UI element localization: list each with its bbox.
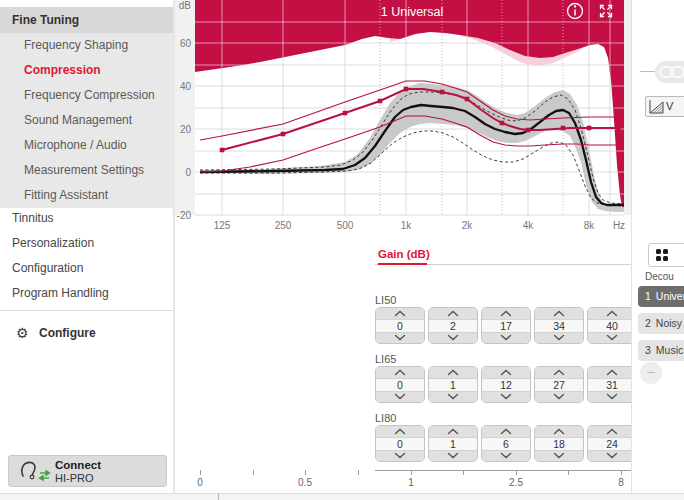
chart-program-title: 1 Universal [381,5,444,19]
li80-value-1: 1 [429,437,477,451]
svg-text:20: 20 [180,124,192,135]
program-label: Universal [656,290,684,302]
li80-down-button-3[interactable] [535,451,583,462]
program-number: 1 [645,290,651,302]
li65-down-button-3[interactable] [535,392,583,403]
li50-down-button-0[interactable] [376,333,424,344]
li80-up-button-2[interactable] [482,426,530,437]
configure-button[interactable]: ⚙ Configure [0,320,173,346]
li80-down-button-4[interactable] [588,451,636,462]
li50-value-2: 17 [482,319,530,333]
li65-value-0: 0 [376,378,424,392]
freq-tick [358,470,359,475]
li65-stepper-3: 27 [534,366,584,403]
li50-up-button-2[interactable] [482,308,530,319]
sidebar-item-configuration[interactable]: Configuration [0,256,173,281]
tab-gain-db[interactable]: Gain (dB) [378,248,430,260]
decouple-label: Decou [645,271,674,282]
li65-up-button-0[interactable] [376,367,424,378]
freq-label-1: 1 [408,477,414,488]
gear-icon: ⚙ [16,320,29,346]
freq-tick [516,470,517,475]
program-number: 2 [645,317,651,329]
li50-up-button-3[interactable] [535,308,583,319]
svg-text:dB: dB [179,0,192,11]
sidebar-item-program-handling[interactable]: Program Handling [0,281,173,306]
sidebar-item-measurement-settings[interactable]: Measurement Settings [0,158,173,183]
remove-program-button[interactable]: – [640,362,662,384]
view-button[interactable]: V [645,96,684,117]
li65-up-button-3[interactable] [535,367,583,378]
connect-hipro-button[interactable]: Connect HI-PRO [8,455,167,487]
li65-down-button-1[interactable] [429,392,477,403]
configure-label: Configure [39,320,96,346]
sidebar-divider [0,310,173,311]
li50-down-button-4[interactable] [588,333,636,344]
li65-stepper-1: 1 [428,366,478,403]
li80-down-button-1[interactable] [429,451,477,462]
li80-down-button-2[interactable] [482,451,530,462]
li65-stepper-4: 31 [587,366,637,403]
program-label: Noisy [656,317,682,329]
connect-device-label: HI-PRO [55,472,94,484]
program-tab-3[interactable]: 3Music [638,340,684,361]
freq-tick [463,470,464,475]
li50-up-button-4[interactable] [588,308,636,319]
sidebar-item-microphone-audio[interactable]: Microphone / Audio [0,133,173,158]
sidebar-item-frequency-compression[interactable]: Frequency Compression [0,83,173,108]
li50-up-button-0[interactable] [376,308,424,319]
sidebar-submenu: Frequency Shaping Compression Frequency … [0,33,173,208]
li80-up-button-4[interactable] [588,426,636,437]
li65-value-4: 31 [588,378,636,392]
li50-value-0: 0 [376,319,424,333]
sidebar-item-sound-management[interactable]: Sound Management [0,108,173,133]
svg-text:4k: 4k [523,220,535,231]
sidebar-item-fitting-assistant[interactable]: Fitting Assistant [0,183,173,208]
sidebar-section-fine-tuning[interactable]: Fine Tuning [0,7,173,33]
program-tab-1[interactable]: 1Universal [638,286,684,307]
li65-down-button-2[interactable] [482,392,530,403]
li65-up-button-4[interactable] [588,367,636,378]
svg-text:60: 60 [180,38,192,49]
freq-tick [411,470,412,475]
binaural-link-toggle[interactable] [655,61,684,83]
freq-label-2.5: 2.5 [509,477,523,488]
li50-value-1: 2 [429,319,477,333]
bottom-strip-tick [218,493,219,500]
li80-value-2: 6 [482,437,530,451]
li80-up-button-1[interactable] [429,426,477,437]
svg-text:0: 0 [185,167,191,178]
svg-text:8k: 8k [584,220,596,231]
sidebar-item-personalization[interactable]: Personalization [0,231,173,256]
li50-down-button-1[interactable] [429,333,477,344]
freq-tick [305,470,306,475]
li50-up-button-1[interactable] [429,308,477,319]
li65-up-button-1[interactable] [429,367,477,378]
li65-stepper-2: 12 [481,366,531,403]
li50-down-button-2[interactable] [482,333,530,344]
li65-value-1: 1 [429,378,477,392]
sidebar-item-frequency-shaping[interactable]: Frequency Shaping [0,33,173,58]
sidebar-item-compression[interactable]: Compression [0,58,173,83]
grid-dots-icon [656,249,668,261]
program-tab-2[interactable]: 2Noisy [638,313,684,334]
li50-stepper-2: 17 [481,307,531,344]
svg-text:125: 125 [214,220,231,231]
li80-up-button-0[interactable] [376,426,424,437]
li50-stepper-3: 34 [534,307,584,344]
li80-down-button-0[interactable] [376,451,424,462]
sidebar-item-tinnitus[interactable]: Tinnitus [0,206,173,231]
tab-active-underline [378,263,427,265]
li50-stepper-1: 2 [428,307,478,344]
svg-text:Hz: Hz [613,220,625,231]
li50-down-button-3[interactable] [535,333,583,344]
li65-down-button-4[interactable] [588,392,636,403]
li65-up-button-2[interactable] [482,367,530,378]
connect-label: Connect [55,459,101,471]
decouple-button[interactable] [648,243,684,267]
li65-down-button-0[interactable] [376,392,424,403]
svg-text:500: 500 [337,220,354,231]
li80-up-button-3[interactable] [535,426,583,437]
svg-text:-20: -20 [177,210,192,221]
li80-stepper-4: 24 [587,425,637,462]
